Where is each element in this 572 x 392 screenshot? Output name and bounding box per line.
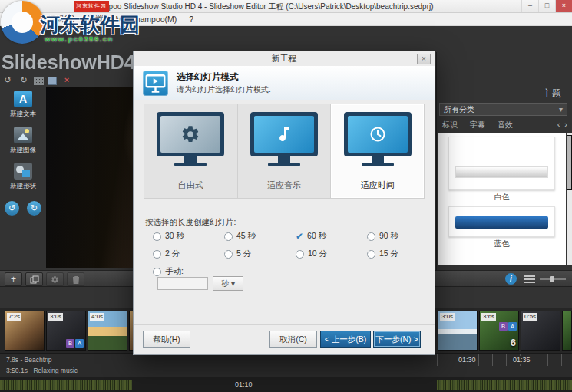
category-dropdown[interactable]: 所有分类 ▾ [439,103,567,116]
mode-fit-music-label: 适应音乐 [238,180,331,191]
radio-5min[interactable]: 5 分 [224,249,251,259]
redo-icon[interactable]: ↻ [18,74,30,86]
slide-duration-chip: 3:0s [48,313,63,321]
dialog-header: 选择幻灯片模式 请为幻灯片选择幻灯片模式. [134,66,435,100]
themes-scrollbar[interactable] [567,133,572,265]
slide-thumbnail[interactable]: 7:2s [5,311,45,351]
radio-label: 10 分 [308,249,327,259]
monitor-clock-icon [344,112,412,156]
new-shape-label: 新建形状 [0,182,46,191]
next-button[interactable]: 下一步(N) > [373,331,421,348]
text-tool-icon: A [14,91,32,107]
new-image-button[interactable]: 新建图像 [0,124,46,160]
tab-prev-icon[interactable]: ‹ [557,120,560,129]
new-project-dialog: 新工程 × 选择幻灯片模式 请为幻灯片选择幻灯片模式. 自由式 [133,51,435,355]
themes-panel-title: 主题 [542,87,561,100]
unit-dropdown[interactable]: 秒 ▾ [213,276,243,291]
radio-label: 手动: [165,266,184,277]
radio-icon [153,232,161,241]
slide-thumbnail[interactable]: 0:5s [521,311,560,351]
minimize-button[interactable]: – [521,0,538,12]
radio-manual[interactable]: 手动: [153,266,184,277]
grid-icon[interactable] [34,77,44,85]
add-object-button[interactable]: + [5,272,22,286]
delete-icon[interactable]: × [61,74,73,86]
radio-label: 5 分 [236,249,251,259]
rotate-left-icon[interactable]: ↺ [5,201,19,216]
chevron-down-icon: ▾ [559,104,563,115]
timeline-zoom-slider[interactable] [540,278,566,280]
mode-free[interactable]: 自由式 [144,104,238,199]
mode-fit-music[interactable]: 适应音乐 [238,104,332,199]
tab-next-icon[interactable]: › [564,120,567,129]
transition-badge[interactable]: B [499,322,508,331]
themes-tabs: 标识 字幕 音效 [442,120,513,131]
radio-2min[interactable]: 2 分 [153,249,180,259]
maximize-button[interactable]: □ [538,0,555,12]
duplicate-button[interactable] [25,272,43,286]
themes-tab-scroller: ‹ › [557,120,567,129]
video-track-label: 7.8s - Beachtrip [6,356,52,364]
menu-file[interactable]: 文件(F) [3,14,41,25]
cancel-button[interactable]: 取消(C) [269,331,317,348]
settings-button[interactable] [46,272,64,286]
rotate-buttons: ↺ ↻ [5,201,41,216]
transition-badge[interactable]: A [75,339,84,348]
new-shape-button[interactable]: 新建形状 [0,160,46,196]
back-button[interactable]: < 上一步(B) [320,331,371,348]
radio-icon [224,250,233,259]
radio-10min[interactable]: 10 分 [296,249,327,259]
theme-thumbnail-white [448,137,555,190]
undo-icon[interactable]: ↺ [2,74,14,86]
close-button[interactable]: × [555,0,572,12]
app-window: Ashampoo Slideshow Studio HD 4 - Slidesh… [0,0,572,392]
slide-thumbnail[interactable]: 4:0s [88,311,127,351]
theme-label: 白色 [438,192,566,203]
mode-selector: 自由式 适应音乐 适应时间 [144,104,425,199]
mode-free-label: 自由式 [144,180,237,191]
tab-logos[interactable]: 标识 [442,120,458,131]
check-icon: ✔ [296,232,303,241]
tab-captions[interactable]: 字幕 [470,120,485,131]
radio-label: 15 分 [379,249,398,259]
list-item[interactable]: 蓝色 [438,206,566,249]
rotate-right-icon[interactable]: ↻ [27,201,41,216]
length-section-label: 按选择的长度创建幻灯片: [145,217,236,228]
slide-thumbnail[interactable]: 3:6s 6 B A [479,311,519,351]
radio-15min[interactable]: 15 分 [367,249,398,259]
manual-duration-input[interactable] [157,277,208,290]
save-icon[interactable] [48,77,57,85]
menu-edit[interactable]: 编辑(E) [41,14,81,25]
transition-badge[interactable]: B [66,339,74,348]
dialog-close-icon[interactable]: × [417,54,431,64]
menu-help[interactable]: ? [183,15,200,24]
new-text-button[interactable]: A 新建文本 [0,87,46,124]
help-button[interactable]: 帮助(H) [143,331,190,348]
info-button[interactable]: i [505,273,517,285]
radio-30s[interactable]: 30 秒 [153,231,184,242]
mode-fit-time[interactable]: 适应时间 [331,104,425,199]
radio-90s[interactable]: 90 秒 [367,231,398,242]
slide-thumbnail[interactable]: 3:0s B A [46,311,86,351]
new-image-label: 新建图像 [0,146,46,155]
mode-fit-time-label: 适应时间 [331,180,424,191]
object-toolbox: A 新建文本 新建图像 新建形状 [0,87,46,196]
unit-dropdown-value: 秒 [221,279,229,288]
radio-45s[interactable]: 45 秒 [224,231,256,242]
list-item[interactable]: 白色 [438,137,566,203]
radio-60s-selected[interactable]: ✔ 60 秒 [296,231,326,242]
audio-waveform [0,380,132,390]
slide-thumbnail[interactable]: 3:0s [438,311,478,351]
window-title: Ashampoo Slideshow Studio HD 4 - Slidesh… [0,2,518,12]
track-list-icon[interactable] [524,275,535,283]
dialog-title: 新工程 [134,51,435,66]
menu-myashampoo[interactable]: MyAshampoo(M) [109,15,183,24]
slide-thumbnail[interactable] [562,311,572,351]
ruler-tick-label: 01:35 [511,356,532,364]
transition-badge[interactable]: A [508,322,517,331]
image-tool-icon [14,127,32,143]
menu-settings[interactable]: 设置 [81,14,109,25]
trash-button[interactable] [67,272,84,286]
radio-label: 90 秒 [379,231,398,242]
tab-sounds[interactable]: 音效 [498,120,513,131]
